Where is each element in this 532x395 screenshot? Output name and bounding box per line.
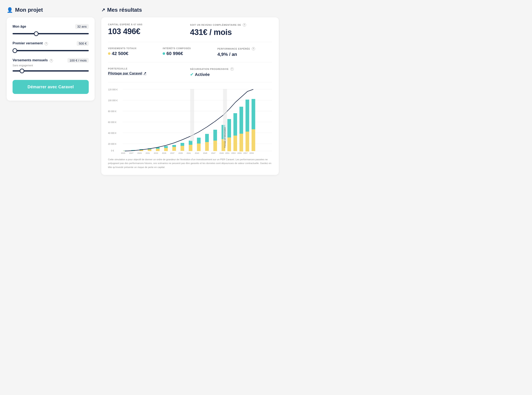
svg-rect-26: [172, 147, 176, 151]
versements-mensuels-label-row: Versements mensuels ? 100 € / mois: [12, 58, 89, 63]
secu-help-icon[interactable]: ?: [230, 67, 234, 71]
versements-mensuels-help-icon[interactable]: ?: [50, 59, 53, 62]
chart-container: 120 000 € 100 000 € 80 000 € 60 000 € 40…: [108, 87, 272, 154]
interets-block: INTÉRÊTS COMPOSÉS 60 996€: [163, 47, 217, 57]
versements-mid-value: 42 500€: [108, 51, 163, 56]
svg-rect-43: [233, 113, 237, 136]
main-layout: 👤 Mon projet Mon âge 32 ans Premier vers…: [7, 7, 279, 175]
activated-badge: ✔ Activée: [190, 72, 272, 77]
results-card: CAPITAL ESPÉRÉ À 67 ANS 103 496€ SOIT UN…: [101, 17, 279, 175]
age-value: 32 ans: [75, 24, 89, 29]
svg-rect-44: [239, 134, 243, 152]
versements-mensuels-slider[interactable]: [12, 70, 89, 71]
svg-text:2027: 2027: [129, 152, 133, 154]
right-section-header: ↗ Mes résultats: [101, 7, 279, 13]
revenu-value: 431€ / mois: [190, 28, 272, 37]
start-button[interactable]: Démarrer avec Caravel: [12, 80, 89, 94]
svg-text:2029: 2029: [137, 152, 142, 154]
svg-rect-34: [205, 142, 209, 151]
versements-mensuels-label: Versements mensuels ?: [12, 58, 53, 62]
revenu-label: SOIT UN REVENU COMPLÉMENTAIRE DE ?: [190, 23, 272, 27]
svg-rect-25: [164, 146, 168, 148]
versements-mensuels-value: 100 € / mois: [67, 58, 89, 63]
svg-text:20 000 €: 20 000 €: [108, 143, 116, 145]
disclaimer: Cette simulation a pour objectif de donn…: [108, 158, 272, 169]
svg-text:2043: 2043: [195, 152, 199, 154]
versements-mensuels-slider-group: Versements mensuels ? 100 € / mois Sans …: [12, 58, 89, 72]
right-section-title: Mes résultats: [107, 7, 142, 13]
svg-rect-50: [190, 89, 194, 141]
svg-text:80 000 €: 80 000 €: [108, 110, 116, 113]
age-label: Mon âge: [12, 25, 26, 28]
versements-label: VERSEMENTS TOTAUX: [108, 47, 163, 49]
premier-versement-help-icon[interactable]: ?: [44, 42, 48, 45]
svg-rect-29: [181, 143, 184, 146]
svg-rect-37: [213, 130, 217, 141]
svg-rect-28: [181, 146, 184, 151]
premier-versement-label-row: Premier versement ? 500 €: [12, 41, 89, 46]
svg-text:2047: 2047: [211, 152, 216, 154]
svg-rect-33: [197, 138, 201, 143]
premier-versement-value: 500 €: [77, 41, 89, 46]
external-link-icon: ↗: [143, 71, 146, 76]
svg-rect-49: [252, 99, 255, 129]
svg-text:40 000 €: 40 000 €: [108, 132, 116, 134]
person-icon: 👤: [7, 7, 13, 13]
left-panel: 👤 Mon projet Mon âge 32 ans Premier vers…: [7, 7, 94, 175]
age-slider-group: Mon âge 32 ans: [12, 24, 89, 35]
svg-text:2057: 2057: [244, 152, 248, 154]
svg-rect-48: [252, 129, 255, 151]
versements-block: VERSEMENTS TOTAUX 42 500€: [108, 47, 163, 57]
svg-text:2053: 2053: [231, 152, 236, 154]
premier-versement-slider-group: Premier versement ? 500 €: [12, 41, 89, 52]
svg-text:2041: 2041: [187, 152, 191, 154]
svg-rect-30: [189, 145, 193, 151]
svg-text:2039: 2039: [178, 152, 183, 154]
svg-rect-36: [213, 141, 217, 151]
teal-dot: [163, 52, 165, 55]
svg-text:2037: 2037: [170, 152, 175, 154]
chart-svg: 120 000 € 100 000 € 80 000 € 60 000 € 40…: [108, 87, 272, 154]
interets-mid-value: 60 996€: [163, 51, 217, 56]
svg-rect-47: [245, 99, 249, 132]
stats-bottom: PORTEFEUILLE Pilotage par Caravel ↗ SÉCU…: [108, 67, 272, 82]
age-label-row: Mon âge 32 ans: [12, 24, 89, 29]
portfolio-link[interactable]: Pilotage par Caravel ↗: [108, 71, 190, 76]
versements-sublabel: Sans engagement: [12, 64, 89, 67]
svg-text:60 000 €: 60 000 €: [108, 121, 116, 123]
svg-text:2051: 2051: [225, 152, 230, 154]
stats-mid: VERSEMENTS TOTAUX 42 500€ INTÉRÊTS COMPO…: [108, 47, 272, 62]
project-card: Mon âge 32 ans Premier versement ? 500 €: [7, 17, 94, 101]
svg-rect-20: [148, 149, 151, 151]
capital-block: CAPITAL ESPÉRÉ À 67 ANS 103 496€: [108, 23, 190, 37]
svg-text:2031: 2031: [145, 152, 150, 154]
portfolio-label: PORTEFEUILLE: [108, 67, 190, 70]
right-panel: ↗ Mes résultats CAPITAL ESPÉRÉ À 67 ANS …: [101, 7, 279, 175]
svg-rect-46: [245, 132, 249, 152]
portfolio-block: PORTEFEUILLE Pilotage par Caravel ↗: [108, 67, 190, 77]
left-section-header: 👤 Mon projet: [7, 7, 94, 13]
perf-mid-value: 4,9% / an: [217, 52, 272, 57]
revenu-help-icon[interactable]: ?: [243, 23, 246, 27]
svg-rect-41: [227, 119, 231, 137]
svg-rect-27: [172, 145, 176, 147]
capital-value: 103 496€: [108, 27, 190, 36]
svg-rect-42: [233, 136, 237, 151]
premier-versement-slider[interactable]: [12, 50, 89, 51]
trend-icon: ↗: [101, 7, 105, 13]
perf-block: PERFORMANCE ESPÉRÉE ? 4,9% / an: [217, 47, 272, 57]
secu-block: SÉCURISATION PROGRESSIVE ? ✔ Activée: [190, 67, 272, 77]
svg-rect-32: [197, 143, 201, 151]
svg-text:2049: 2049: [219, 152, 224, 154]
age-slider[interactable]: [12, 33, 89, 34]
premier-versement-label: Premier versement ?: [12, 41, 48, 45]
svg-text:2045: 2045: [203, 152, 207, 154]
stats-top: CAPITAL ESPÉRÉ À 67 ANS 103 496€ SOIT UN…: [108, 23, 272, 42]
capital-label: CAPITAL ESPÉRÉ À 67 ANS: [108, 23, 190, 26]
svg-text:2033: 2033: [154, 152, 158, 154]
perf-help-icon[interactable]: ?: [252, 47, 255, 50]
svg-rect-24: [164, 148, 168, 151]
svg-text:2025: 2025: [121, 152, 125, 154]
svg-text:Passage en Sécurisation: Passage en Sécurisation: [224, 127, 226, 148]
svg-text:100 000 €: 100 000 €: [108, 99, 118, 102]
